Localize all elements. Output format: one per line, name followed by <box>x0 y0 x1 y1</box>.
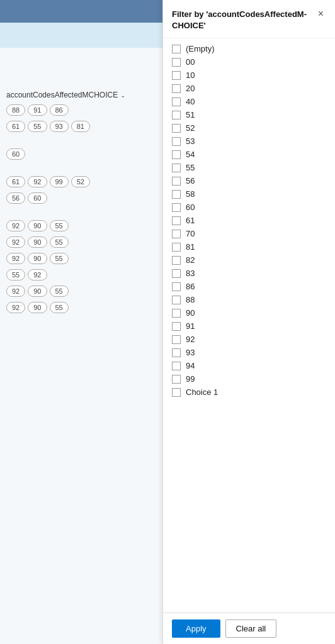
filter-item[interactable]: 94 <box>163 359 335 372</box>
filter-checkbox[interactable] <box>172 335 181 344</box>
filter-checkbox[interactable] <box>172 269 181 278</box>
badge: 92 <box>6 302 25 313</box>
filter-item[interactable]: 54 <box>163 148 335 161</box>
filter-title: Filter by 'accountCodesAffectedM-CHOICE' <box>172 9 315 31</box>
badge: 86 <box>50 104 69 116</box>
filter-item[interactable]: 86 <box>163 280 335 293</box>
filter-item[interactable]: 52 <box>163 121 335 135</box>
badge-rows: 8891866155938160619299525660929055929055… <box>0 102 162 316</box>
apply-button[interactable]: Apply <box>172 619 220 638</box>
filter-item-label: 58 <box>186 189 195 199</box>
filter-checkbox[interactable] <box>172 388 181 397</box>
filter-item[interactable]: (Empty) <box>163 42 335 55</box>
filter-item[interactable]: 20 <box>163 82 335 95</box>
filter-checkbox[interactable] <box>172 150 181 159</box>
filter-checkbox[interactable] <box>172 190 181 199</box>
filter-panel: Filter by 'accountCodesAffectedM-CHOICE'… <box>162 0 335 644</box>
badge: 61 <box>6 176 25 187</box>
filter-item-label: 94 <box>186 361 195 370</box>
badge: 55 <box>6 269 25 280</box>
filter-list[interactable]: (Empty)001020405152535455565860617081828… <box>163 38 335 613</box>
badge: 55 <box>50 302 69 313</box>
filter-checkbox[interactable] <box>172 362 181 370</box>
filter-checkbox[interactable] <box>172 256 181 265</box>
filter-checkbox[interactable] <box>172 137 181 146</box>
filter-checkbox[interactable] <box>172 164 181 172</box>
filter-item[interactable]: 53 <box>163 135 335 148</box>
filter-checkbox[interactable] <box>172 282 181 291</box>
spacer-row <box>0 135 162 146</box>
filter-checkbox[interactable] <box>172 230 181 238</box>
filter-item[interactable]: 51 <box>163 108 335 121</box>
filter-item[interactable]: Choice 1 <box>163 386 335 399</box>
close-button[interactable]: × <box>315 8 326 20</box>
filter-item[interactable]: 91 <box>163 319 335 333</box>
filter-checkbox[interactable] <box>172 84 181 93</box>
filter-footer: Apply Clear all <box>163 613 335 644</box>
filter-item[interactable]: 56 <box>163 174 335 187</box>
filter-item-label: 61 <box>186 216 195 225</box>
filter-checkbox[interactable] <box>172 375 181 384</box>
filter-checkbox[interactable] <box>172 322 181 331</box>
filter-checkbox[interactable] <box>172 97 181 106</box>
filter-item-label: 00 <box>186 57 195 67</box>
badge: 92 <box>6 253 25 264</box>
filter-checkbox[interactable] <box>172 45 181 53</box>
badge: 60 <box>28 192 47 204</box>
badge: 55 <box>50 286 69 297</box>
filter-item[interactable]: 82 <box>163 253 335 267</box>
filter-item-label: 20 <box>186 84 195 93</box>
filter-checkbox[interactable] <box>172 58 181 67</box>
chevron-down-icon: ⌄ <box>120 92 125 99</box>
badge: 92 <box>6 286 25 297</box>
filter-item-label: 82 <box>186 255 195 265</box>
filter-item[interactable]: 60 <box>163 201 335 214</box>
filter-checkbox[interactable] <box>172 216 181 225</box>
filter-item[interactable]: 81 <box>163 240 335 253</box>
filter-item[interactable]: 88 <box>163 293 335 306</box>
filter-checkbox[interactable] <box>172 203 181 212</box>
badge: 52 <box>71 176 90 187</box>
filter-checkbox[interactable] <box>172 177 181 186</box>
badge: 92 <box>28 269 47 280</box>
filter-item[interactable]: 00 <box>163 55 335 69</box>
filter-item-label: 56 <box>186 176 195 186</box>
badge: 90 <box>28 220 47 231</box>
filter-item[interactable]: 58 <box>163 187 335 201</box>
filter-item[interactable]: 90 <box>163 306 335 319</box>
filter-item-label: 54 <box>186 150 195 159</box>
badge: 81 <box>71 121 90 132</box>
blue-strip <box>0 23 162 48</box>
filter-item[interactable]: 55 <box>163 161 335 174</box>
filter-checkbox[interactable] <box>172 124 181 133</box>
filter-item[interactable]: 70 <box>163 227 335 240</box>
filter-item[interactable]: 92 <box>163 333 335 346</box>
badge-row: 61559381 <box>0 118 162 135</box>
filter-checkbox[interactable] <box>172 243 181 252</box>
filter-item[interactable]: 83 <box>163 267 335 280</box>
filter-checkbox[interactable] <box>172 309 181 318</box>
badge: 93 <box>50 121 69 132</box>
filter-item[interactable]: 93 <box>163 346 335 359</box>
badge-row: 929055 <box>0 218 162 234</box>
badge: 91 <box>28 104 47 116</box>
badge: 88 <box>6 104 25 116</box>
filter-checkbox[interactable] <box>172 71 181 80</box>
filter-item[interactable]: 61 <box>163 214 335 227</box>
badge-row: 929055 <box>0 299 162 316</box>
filter-header: Filter by 'accountCodesAffectedM-CHOICE'… <box>163 0 335 38</box>
filter-item-label: Choice 1 <box>186 387 218 397</box>
column-header[interactable]: accountCodesAffectedMCHOICE ⌄ <box>0 86 162 102</box>
filter-item[interactable]: 40 <box>163 95 335 108</box>
filter-item-label: 40 <box>186 97 195 106</box>
badge: 55 <box>50 220 69 231</box>
filter-item[interactable]: 10 <box>163 69 335 82</box>
filter-item[interactable]: 99 <box>163 372 335 386</box>
badge: 56 <box>6 192 25 204</box>
filter-checkbox[interactable] <box>172 111 181 119</box>
top-bar <box>0 0 162 23</box>
filter-checkbox[interactable] <box>172 296 181 304</box>
clear-all-button[interactable]: Clear all <box>225 619 277 638</box>
filter-checkbox[interactable] <box>172 348 181 357</box>
filter-item-label: 90 <box>186 308 195 318</box>
